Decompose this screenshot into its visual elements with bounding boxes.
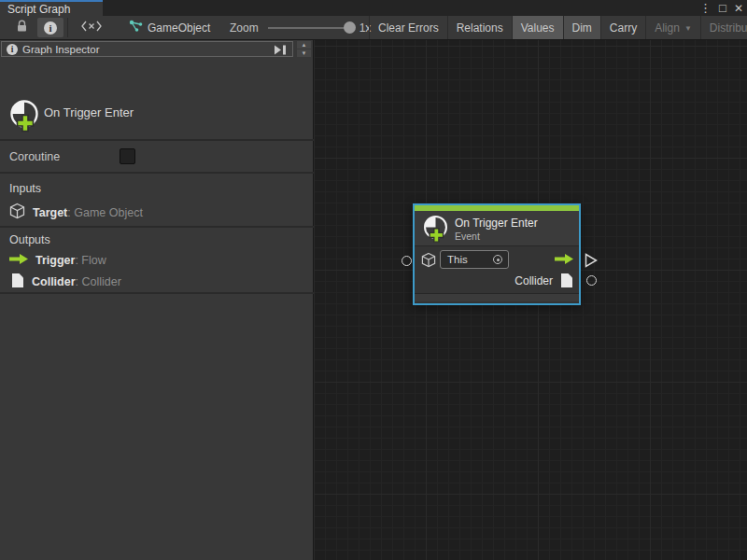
edit-code-button[interactable] — [73, 18, 110, 37]
event-icon — [7, 98, 41, 138]
inspector-node-title: On Trigger Enter — [44, 105, 134, 119]
object-picker-icon[interactable] — [493, 255, 502, 264]
lock-icon — [16, 20, 28, 35]
graph-canvas[interactable]: On Trigger Enter Event This — [314, 40, 747, 560]
maximize-icon[interactable]: □ — [719, 1, 726, 15]
graph-inspector-panel: i Graph Inspector ▲ ▼ On Trigger Enter C… — [0, 40, 314, 560]
zoom-label: Zoom — [230, 21, 259, 35]
zoom-slider-knob[interactable] — [344, 21, 356, 34]
chevron-down-icon: ▼ — [684, 24, 692, 33]
info-icon: i — [44, 21, 57, 35]
input-port-circle[interactable] — [402, 256, 412, 266]
event-icon — [421, 214, 450, 248]
scrub-down-icon[interactable]: ▼ — [297, 49, 311, 57]
titlebar: Script Graph ⋮ □ ✕ — [0, 0, 747, 16]
clear-errors-button[interactable]: Clear Errors — [369, 16, 447, 39]
align-dropdown-button[interactable]: Align ▼ — [645, 16, 700, 39]
node-footer — [415, 293, 579, 301]
flow-arrow-icon — [9, 253, 28, 268]
close-icon[interactable]: ✕ — [734, 2, 743, 15]
output-row-collider: Collider: Collider — [9, 273, 121, 291]
distribute-dropdown-button[interactable]: Distribute ▼ — [700, 16, 747, 39]
values-toggle-button[interactable]: Values — [512, 16, 563, 39]
kebab-menu-icon[interactable]: ⋮ — [699, 1, 712, 15]
cube-icon — [9, 203, 25, 222]
node-title: On Trigger Enter — [455, 217, 538, 230]
graph-target-label: GameObject — [148, 21, 210, 35]
info-icon: i — [7, 44, 18, 55]
trigger-output-port[interactable] — [585, 253, 598, 271]
toolbar: i GameObject Zoom — [0, 16, 747, 40]
graph-reference[interactable]: GameObject — [129, 16, 210, 39]
graph-inspector-header: i Graph Inspector — [1, 41, 293, 57]
carry-toggle-button[interactable]: Carry — [600, 16, 645, 39]
lock-button[interactable] — [9, 18, 34, 37]
collider-output-port[interactable] — [586, 275, 597, 286]
document-icon — [560, 273, 573, 291]
cube-icon — [421, 252, 436, 271]
output-row-trigger: Trigger: Flow — [9, 253, 106, 268]
target-field-value: This — [447, 254, 468, 265]
inputs-header: Inputs — [9, 182, 41, 195]
scrub-up-icon[interactable]: ▲ — [297, 41, 311, 49]
tab-label: Script Graph — [7, 3, 70, 16]
on-trigger-enter-node[interactable]: On Trigger Enter Event This — [413, 203, 581, 305]
inspector-toggle-button[interactable]: i — [37, 18, 63, 37]
dock-panel-icon[interactable] — [273, 44, 289, 56]
code-icon — [81, 21, 102, 35]
tab-script-graph[interactable]: Script Graph — [0, 0, 103, 16]
relations-button[interactable]: Relations — [447, 16, 512, 39]
node-header[interactable]: On Trigger Enter Event — [415, 211, 579, 246]
target-object-field[interactable]: This — [440, 250, 509, 269]
outputs-header: Outputs — [9, 233, 50, 246]
document-icon — [11, 273, 24, 291]
dim-toggle-button[interactable]: Dim — [563, 16, 600, 39]
zoom-slider[interactable] — [268, 27, 354, 29]
coroutine-label: Coroutine — [9, 150, 60, 163]
input-row-target: Target: Game Object — [9, 203, 143, 222]
panel-scrubber[interactable]: ▲ ▼ — [297, 41, 311, 57]
flow-arrow-icon — [555, 253, 573, 268]
coroutine-checkbox[interactable] — [120, 148, 135, 164]
graph-inspector-title: Graph Inspector — [22, 44, 99, 55]
script-graph-icon — [129, 20, 143, 35]
script-graph-window: Script Graph ⋮ □ ✕ i — [0, 0, 747, 560]
node-body: This Collider — [415, 246, 579, 293]
node-subtitle: Event — [455, 231, 480, 242]
collider-port-label: Collider — [514, 274, 553, 287]
